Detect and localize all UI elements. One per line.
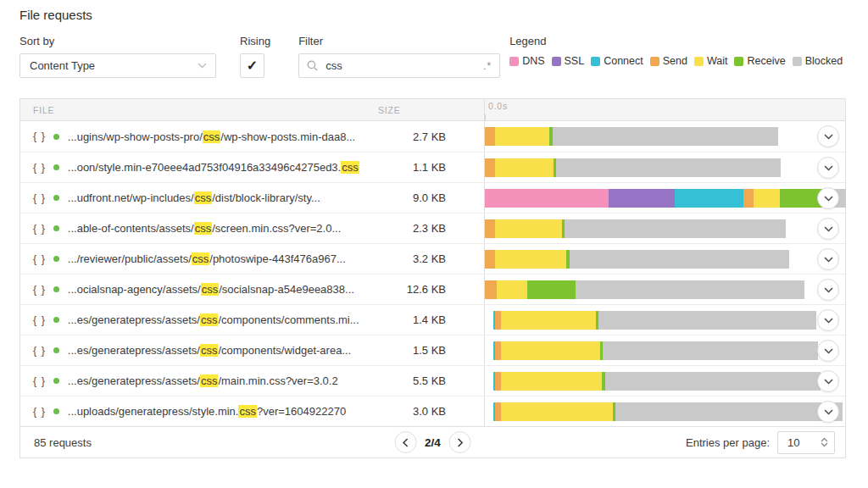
column-header-file: FILE (20, 105, 378, 115)
file-name-match: css (200, 313, 219, 326)
file-name: ...udfront.net/wp-includes/css/dist/bloc… (68, 191, 320, 204)
legend-item-label: Receive (747, 55, 785, 67)
status-dot-icon (53, 286, 59, 292)
file-name-match: css (238, 405, 257, 418)
filter-input[interactable]: css .* (298, 53, 500, 78)
file-requests-panel: File requests Sort by Content Type Risin… (0, 0, 848, 458)
css-file-type-icon: { } (33, 223, 46, 235)
stepper-icon[interactable] (821, 437, 828, 447)
table-row: { } ...oon/style.min-e70eee4ad753f04916a… (20, 152, 845, 182)
segment-dns (485, 189, 609, 208)
status-dot-icon (53, 164, 59, 170)
file-name: ...es/generatepress/assets/css/component… (68, 344, 351, 357)
chevron-left-icon (403, 438, 409, 447)
file-name-pre: ...es/generatepress/assets/ (68, 313, 200, 326)
regex-toggle-icon[interactable]: .* (483, 60, 492, 72)
segment-wait (495, 250, 566, 269)
controls-bar: Sort by Content Type Rising ✓ Filter css… (19, 35, 848, 78)
status-dot-icon (53, 378, 59, 384)
segment-blocked (598, 311, 816, 330)
legend-item: Send (650, 55, 687, 67)
file-name-post: /wp-show-posts.min-daa8... (220, 130, 355, 143)
legend-label: Legend (509, 35, 849, 47)
table-row: { } ...es/generatepress/assets/css/compo… (20, 335, 845, 365)
file-name-match: css (341, 161, 359, 174)
expand-row-button[interactable] (817, 370, 839, 392)
segment-wait (501, 341, 600, 360)
legend-item: SSL (552, 55, 585, 67)
css-file-type-icon: { } (33, 375, 46, 387)
sort-by-select[interactable]: Content Type (19, 53, 216, 78)
expand-row-button[interactable] (817, 248, 839, 270)
table-row: { } ...udfront.net/wp-includes/css/dist/… (20, 182, 845, 213)
legend-item-label: SSL (565, 55, 585, 67)
segment-blocked (576, 280, 804, 299)
expand-row-button[interactable] (817, 279, 839, 301)
expand-row-button[interactable] (817, 340, 839, 362)
legend-swatch (509, 57, 519, 66)
legend-swatch (591, 57, 600, 66)
table-row: { } ...able-of-contents/assets/css/scree… (20, 213, 845, 243)
file-name-pre: ...es/generatepress/assets/ (68, 344, 200, 357)
file-size: 1.4 KB (378, 313, 484, 326)
entries-per-page-input[interactable]: 10 (777, 431, 835, 454)
rising-group: Rising ✓ (240, 35, 270, 78)
search-icon (307, 60, 318, 71)
segment-send (485, 127, 495, 146)
segment-wait (495, 127, 549, 146)
legend-group: Legend DNS SSL Connect Send Wait Receive… (509, 35, 849, 67)
file-name-pre: ...es/generatepress/assets/ (68, 374, 200, 387)
segment-wait (754, 189, 780, 208)
legend-swatch (650, 57, 659, 66)
css-file-type-icon: { } (33, 192, 46, 204)
css-file-type-icon: { } (33, 162, 46, 174)
expand-row-button[interactable] (817, 309, 839, 331)
expand-row-button[interactable] (817, 157, 839, 179)
pagination: 2/4 (394, 431, 471, 453)
expand-row-button[interactable] (817, 218, 839, 240)
file-name-pre: ...able-of-contents/assets/ (68, 222, 194, 235)
file-name-post: /main.min.css?ver=3.0.2 (218, 374, 337, 387)
expand-row-button[interactable] (817, 125, 839, 147)
file-name-pre: ...ugins/wp-show-posts-pro/ (68, 130, 203, 143)
legend-item-label: Connect (604, 55, 643, 67)
entries-per-page-value: 10 (787, 436, 799, 449)
segment-blocked (603, 341, 818, 360)
sort-by-group: Sort by Content Type (19, 35, 216, 78)
legend-item: Receive (734, 55, 785, 67)
segment-connect (675, 189, 743, 208)
file-size: 1.5 KB (378, 344, 484, 357)
waterfall-bar (485, 127, 845, 146)
segment-ssl (609, 189, 675, 208)
legend-item-label: Blocked (805, 55, 843, 67)
expand-row-button[interactable] (817, 401, 839, 423)
css-file-type-icon: { } (33, 284, 46, 296)
rising-checkbox[interactable]: ✓ (240, 53, 264, 78)
segment-wait (501, 311, 596, 330)
file-name-match: css (200, 344, 219, 357)
legend: DNS SSL Connect Send Wait Receive Blocke… (509, 55, 849, 67)
waterfall-bar (485, 158, 845, 177)
legend-item-label: Send (663, 55, 687, 67)
file-name: ...ugins/wp-show-posts-pro/css/wp-show-p… (68, 130, 355, 143)
file-name: ...uploads/generatepress/style.min.css?v… (68, 405, 346, 418)
expand-row-button[interactable] (817, 187, 839, 209)
waterfall-bar (485, 250, 845, 269)
legend-item: Wait (694, 55, 728, 67)
status-dot-icon (53, 225, 59, 231)
file-name-pre: ...udfront.net/wp-includes/ (68, 191, 194, 204)
legend-item-label: Wait (707, 55, 728, 67)
segment-send (495, 372, 501, 391)
timeline-tick (485, 114, 486, 120)
column-header-size: SIZE (378, 105, 484, 115)
segment-send (485, 158, 495, 177)
requests-table: FILE SIZE 0.0s { } ...ugins/wp-show-post… (19, 98, 846, 458)
css-file-type-icon: { } (33, 406, 46, 418)
segment-send (495, 341, 501, 360)
segment-wait (501, 402, 613, 421)
next-page-button[interactable] (449, 431, 471, 453)
prev-page-button[interactable] (394, 431, 416, 453)
status-dot-icon (53, 347, 59, 353)
legend-swatch (694, 57, 704, 66)
chevron-down-icon (824, 257, 833, 263)
